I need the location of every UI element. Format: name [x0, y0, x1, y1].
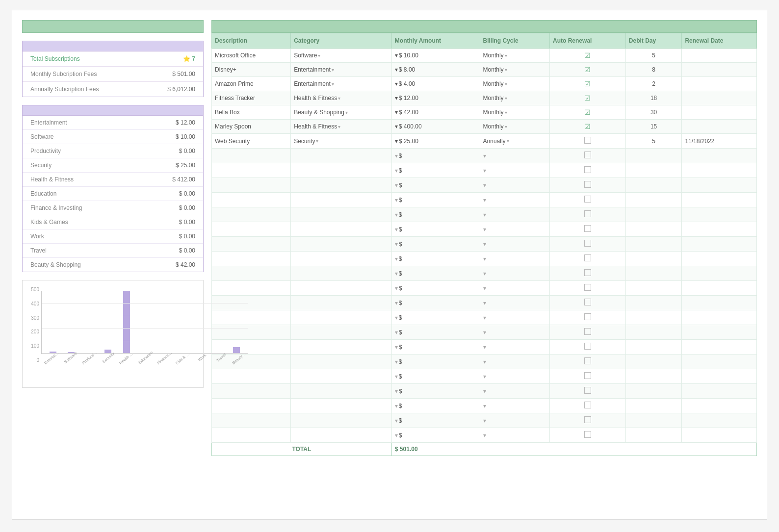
dropdown-arrow[interactable]: ▾ [395, 66, 398, 73]
renewal-date-cell[interactable] [682, 77, 757, 91]
renewal-date-cell[interactable] [682, 63, 757, 77]
empty-checkbox [584, 343, 591, 350]
category-dropdown-arrow[interactable]: ▾ [338, 96, 340, 101]
checkbox-unchecked[interactable] [584, 137, 591, 144]
auto-renewal-cell[interactable] [550, 134, 626, 149]
billing-cycle-cell[interactable]: Monthly ▾ [480, 63, 550, 77]
billing-cycle-cell[interactable]: Annually ▾ [480, 134, 550, 149]
billing-cycle-cell[interactable]: Monthly ▾ [480, 49, 550, 63]
dropdown-arrow: ▾ [395, 241, 398, 248]
renewal-date-cell[interactable] [682, 120, 757, 134]
category-dropdown-arrow[interactable]: ▾ [345, 110, 348, 115]
category-cell[interactable]: Security ▾ [291, 134, 392, 149]
amount-cell[interactable]: ▾ $ 400.00 [391, 120, 480, 134]
dropdown-arrow: ▾ [395, 388, 398, 395]
empty-cell: ▾ $ [391, 384, 480, 399]
description-cell[interactable]: Amazon Prime [212, 77, 291, 91]
amount-cell[interactable]: ▾ $ 4.00 [391, 77, 480, 91]
checkbox-checked[interactable]: ☑ [584, 123, 591, 130]
chart-bars [41, 291, 248, 354]
amount-cell[interactable]: ▾ $ 42.00 [391, 105, 480, 120]
category-dropdown-arrow[interactable]: ▾ [332, 81, 334, 87]
checkbox-checked[interactable]: ☑ [584, 66, 591, 74]
checkbox-checked[interactable]: ☑ [584, 51, 591, 59]
debit-day-cell[interactable]: 5 [625, 134, 682, 149]
empty-cell [550, 163, 626, 178]
empty-cell: ▾ [480, 237, 550, 252]
billing-cycle-cell[interactable]: Monthly ▾ [480, 77, 550, 91]
empty-cell [550, 222, 626, 237]
empty-cell [550, 149, 626, 163]
debit-day-cell[interactable]: 5 [625, 49, 682, 63]
dropdown-arrow[interactable]: ▾ [395, 80, 398, 87]
billing-dropdown-arrow[interactable]: ▾ [505, 96, 507, 101]
dropdown-arrow[interactable]: ▾ [395, 109, 398, 116]
empty-cell: ▾ $ [391, 252, 480, 266]
amount-cell[interactable]: ▾ $ 12.00 [391, 91, 480, 105]
debit-day-cell[interactable]: 18 [625, 91, 682, 105]
category-cell[interactable]: Software ▾ [291, 49, 392, 63]
category-cell[interactable]: Entertainment ▾ [291, 63, 392, 77]
category-dropdown-arrow[interactable]: ▾ [332, 67, 334, 73]
billing-cycle-cell[interactable]: Monthly ▾ [480, 105, 550, 120]
breakdown-label-9: Travel [23, 244, 137, 258]
chart-gridline [42, 303, 248, 304]
category-dropdown-arrow[interactable]: ▾ [318, 53, 320, 58]
billing-dropdown-arrow[interactable]: ▾ [505, 67, 507, 73]
empty-cell [625, 355, 682, 369]
billing-dropdown-arrow[interactable]: ▾ [505, 110, 507, 115]
amount-cell[interactable]: ▾ $ 25.00 [391, 134, 480, 149]
checkbox-checked[interactable]: ☑ [584, 80, 591, 88]
category-dropdown-arrow[interactable]: ▾ [316, 138, 318, 144]
empty-cell [550, 178, 626, 193]
dropdown-arrow[interactable]: ▾ [395, 138, 398, 145]
category-cell[interactable]: Beauty & Shopping ▾ [291, 105, 392, 120]
billing-dropdown-arrow[interactable]: ▾ [505, 124, 507, 129]
billing-dropdown-arrow[interactable]: ▾ [507, 138, 509, 144]
dropdown-arrow[interactable]: ▾ [395, 52, 398, 59]
renewal-date-cell[interactable] [682, 105, 757, 120]
category-dropdown-arrow[interactable]: ▾ [338, 124, 340, 129]
auto-renewal-cell[interactable]: ☑ [550, 77, 626, 91]
amount-cell[interactable]: ▾ $ 8.00 [391, 63, 480, 77]
auto-renewal-cell[interactable]: ☑ [550, 105, 626, 120]
auto-renewal-cell[interactable]: ☑ [550, 91, 626, 105]
checkbox-checked[interactable]: ☑ [584, 94, 591, 102]
billing-dropdown-arrow[interactable]: ▾ [505, 53, 507, 58]
renewal-date-cell[interactable] [682, 91, 757, 105]
checkbox-checked[interactable]: ☑ [584, 108, 591, 116]
auto-renewal-cell[interactable]: ☑ [550, 49, 626, 63]
debit-day-cell[interactable]: 2 [625, 77, 682, 91]
auto-renewal-cell[interactable]: ☑ [550, 120, 626, 134]
renewal-date-cell[interactable]: 11/18/2022 [682, 134, 757, 149]
empty-cell [625, 163, 682, 178]
category-cell[interactable]: Entertainment ▾ [291, 77, 392, 91]
billing-cycle-cell[interactable]: Monthly ▾ [480, 120, 550, 134]
empty-cell [550, 266, 626, 281]
category-cell[interactable]: Health & Fitness ▾ [291, 91, 392, 105]
billing-dropdown-arrow[interactable]: ▾ [505, 81, 507, 87]
description-cell[interactable]: Bella Box [212, 105, 291, 120]
debit-day-cell[interactable]: 30 [625, 105, 682, 120]
billing-cycle-cell[interactable]: Monthly ▾ [480, 91, 550, 105]
description-cell[interactable]: Marley Spoon [212, 120, 291, 134]
debit-day-cell[interactable]: 15 [625, 120, 682, 134]
description-cell[interactable]: Disney+ [212, 63, 291, 77]
y-axis-label: 100 [27, 343, 39, 349]
amount-cell[interactable]: ▾ $ 10.00 [391, 49, 480, 63]
empty-cell [291, 340, 392, 355]
description-cell[interactable]: Web Security [212, 134, 291, 149]
breakdown-value-1: $ 10.00 [137, 130, 203, 144]
dropdown-arrow[interactable]: ▾ [395, 95, 398, 101]
category-cell[interactable]: Health & Fitness ▾ [291, 120, 392, 134]
description-cell[interactable]: Fitness Tracker [212, 91, 291, 105]
description-cell[interactable]: Microsoft Office [212, 49, 291, 63]
debit-day-cell[interactable]: 8 [625, 63, 682, 77]
dropdown-arrow[interactable]: ▾ [395, 123, 398, 130]
empty-cell [212, 413, 291, 428]
auto-renewal-cell[interactable]: ☑ [550, 63, 626, 77]
empty-cell [625, 281, 682, 296]
summary-value-1: $ 501.00 [141, 67, 203, 82]
breakdown-label-8: Work [23, 229, 137, 244]
renewal-date-cell[interactable] [682, 49, 757, 63]
